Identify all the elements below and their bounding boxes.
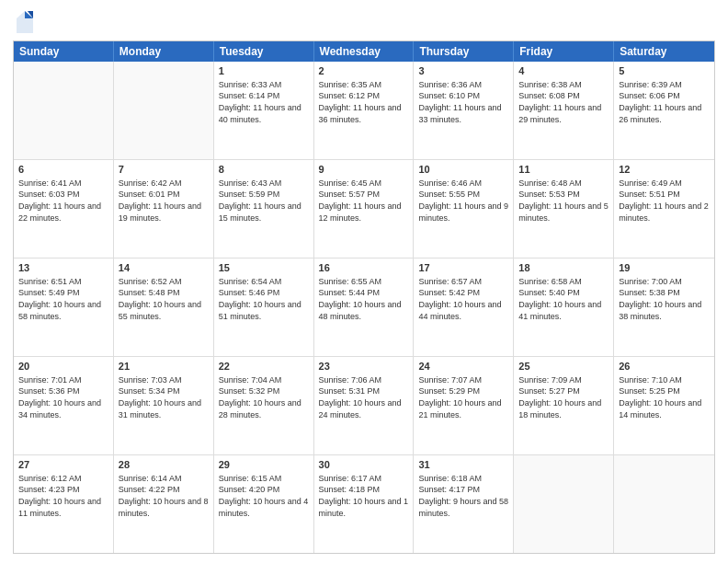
calendar-cell: 27Sunrise: 6:12 AMSunset: 4:23 PMDayligh… [14,455,114,553]
page: SundayMondayTuesdayWednesdayThursdayFrid… [0,0,728,563]
cell-info: Sunrise: 7:01 AMSunset: 5:36 PMDaylight:… [18,374,108,420]
cell-info: Sunrise: 7:00 AMSunset: 5:38 PMDaylight:… [619,276,710,322]
cell-info: Sunrise: 6:41 AMSunset: 6:03 PMDaylight:… [18,178,108,224]
day-number: 23 [319,360,409,373]
day-number: 18 [518,261,609,275]
day-number: 26 [619,360,710,373]
weekday-header-sunday: Sunday [14,41,114,62]
day-number: 20 [18,360,108,373]
cell-info: Sunrise: 6:51 AMSunset: 5:49 PMDaylight:… [18,276,108,322]
calendar-cell: 30Sunrise: 6:17 AMSunset: 4:18 PMDayligh… [314,455,415,553]
calendar-cell: 15Sunrise: 6:54 AMSunset: 5:46 PMDayligh… [214,259,314,356]
day-number: 3 [418,64,508,78]
calendar-cell: 4Sunrise: 6:38 AMSunset: 6:08 PMDaylight… [514,62,614,159]
calendar-cell: 11Sunrise: 6:48 AMSunset: 5:53 PMDayligh… [514,160,614,258]
cell-info: Sunrise: 6:55 AMSunset: 5:44 PMDaylight:… [319,276,409,322]
weekday-header-thursday: Thursday [414,41,514,62]
day-number: 12 [619,163,710,177]
calendar-cell: 23Sunrise: 7:06 AMSunset: 5:31 PMDayligh… [314,357,415,454]
calendar-cell: 10Sunrise: 6:46 AMSunset: 5:55 PMDayligh… [414,160,514,258]
cell-info: Sunrise: 6:33 AMSunset: 6:14 PMDaylight:… [219,79,309,125]
cell-info: Sunrise: 6:48 AMSunset: 5:53 PMDaylight:… [518,178,609,224]
calendar-row-0: 1Sunrise: 6:33 AMSunset: 6:14 PMDaylight… [14,62,714,159]
day-number: 21 [119,360,209,373]
calendar-cell: 9Sunrise: 6:45 AMSunset: 5:57 PMDaylight… [314,160,415,258]
calendar-cell [614,455,714,553]
calendar-cell: 12Sunrise: 6:49 AMSunset: 5:51 PMDayligh… [614,160,714,258]
weekday-header-friday: Friday [514,41,614,62]
cell-info: Sunrise: 6:43 AMSunset: 5:59 PMDaylight:… [219,178,309,224]
cell-info: Sunrise: 6:57 AMSunset: 5:42 PMDaylight:… [418,276,508,322]
cell-info: Sunrise: 6:42 AMSunset: 6:01 PMDaylight:… [119,178,209,224]
day-number: 15 [219,261,309,275]
day-number: 10 [418,163,508,177]
day-number: 8 [219,163,309,177]
day-number: 6 [18,163,108,177]
calendar-cell [14,62,114,159]
calendar-cell: 18Sunrise: 6:58 AMSunset: 5:40 PMDayligh… [514,259,614,356]
calendar-body: 1Sunrise: 6:33 AMSunset: 6:14 PMDaylight… [14,62,714,553]
calendar-cell: 3Sunrise: 6:36 AMSunset: 6:10 PMDaylight… [414,62,514,159]
calendar-cell: 22Sunrise: 7:04 AMSunset: 5:32 PMDayligh… [214,357,314,454]
weekday-header-saturday: Saturday [614,41,714,62]
cell-info: Sunrise: 7:03 AMSunset: 5:34 PMDaylight:… [119,374,209,420]
day-number: 19 [619,261,710,275]
calendar-cell [114,62,214,159]
weekday-header-monday: Monday [114,41,214,62]
calendar-cell: 2Sunrise: 6:35 AMSunset: 6:12 PMDaylight… [314,62,415,159]
day-number: 29 [219,458,309,472]
calendar-cell: 14Sunrise: 6:52 AMSunset: 5:48 PMDayligh… [114,259,214,356]
day-number: 9 [319,163,409,177]
calendar-cell: 19Sunrise: 7:00 AMSunset: 5:38 PMDayligh… [614,259,714,356]
cell-info: Sunrise: 6:18 AMSunset: 4:17 PMDaylight:… [418,473,508,519]
calendar-cell: 20Sunrise: 7:01 AMSunset: 5:36 PMDayligh… [14,357,114,454]
calendar-cell: 31Sunrise: 6:18 AMSunset: 4:17 PMDayligh… [414,455,514,553]
cell-info: Sunrise: 7:10 AMSunset: 5:25 PMDaylight:… [619,374,710,420]
day-number: 5 [619,64,710,78]
calendar-cell: 17Sunrise: 6:57 AMSunset: 5:42 PMDayligh… [414,259,514,356]
calendar-row-3: 20Sunrise: 7:01 AMSunset: 5:36 PMDayligh… [14,356,714,454]
cell-info: Sunrise: 7:06 AMSunset: 5:31 PMDaylight:… [319,374,409,420]
cell-info: Sunrise: 7:09 AMSunset: 5:27 PMDaylight:… [518,374,609,420]
day-number: 2 [319,64,409,78]
calendar-cell: 5Sunrise: 6:39 AMSunset: 6:06 PMDaylight… [614,62,714,159]
cell-info: Sunrise: 6:52 AMSunset: 5:48 PMDaylight:… [119,276,209,322]
calendar-cell: 21Sunrise: 7:03 AMSunset: 5:34 PMDayligh… [114,357,214,454]
calendar-row-2: 13Sunrise: 6:51 AMSunset: 5:49 PMDayligh… [14,258,714,356]
cell-info: Sunrise: 6:46 AMSunset: 5:55 PMDaylight:… [418,178,508,224]
calendar-cell: 7Sunrise: 6:42 AMSunset: 6:01 PMDaylight… [114,160,214,258]
day-number: 11 [518,163,609,177]
day-number: 31 [418,458,508,472]
calendar: SundayMondayTuesdayWednesdayThursdayFrid… [13,40,715,554]
weekday-header-tuesday: Tuesday [214,41,314,62]
cell-info: Sunrise: 6:12 AMSunset: 4:23 PMDaylight:… [18,473,108,519]
calendar-cell: 8Sunrise: 6:43 AMSunset: 5:59 PMDaylight… [214,160,314,258]
day-number: 17 [418,261,508,275]
weekday-header-wednesday: Wednesday [314,41,415,62]
day-number: 27 [18,458,108,472]
day-number: 14 [119,261,209,275]
calendar-cell: 25Sunrise: 7:09 AMSunset: 5:27 PMDayligh… [514,357,614,454]
calendar-row-1: 6Sunrise: 6:41 AMSunset: 6:03 PMDaylight… [14,159,714,258]
calendar-cell: 26Sunrise: 7:10 AMSunset: 5:25 PMDayligh… [614,357,714,454]
day-number: 1 [219,64,309,78]
cell-info: Sunrise: 6:15 AMSunset: 4:20 PMDaylight:… [219,473,309,519]
cell-info: Sunrise: 6:49 AMSunset: 5:51 PMDaylight:… [619,178,710,224]
cell-info: Sunrise: 6:35 AMSunset: 6:12 PMDaylight:… [319,79,409,125]
logo [13,9,35,35]
cell-info: Sunrise: 7:04 AMSunset: 5:32 PMDaylight:… [219,374,309,420]
calendar-cell: 13Sunrise: 6:51 AMSunset: 5:49 PMDayligh… [14,259,114,356]
day-number: 16 [319,261,409,275]
cell-info: Sunrise: 6:14 AMSunset: 4:22 PMDaylight:… [119,473,209,519]
calendar-cell: 6Sunrise: 6:41 AMSunset: 6:03 PMDaylight… [14,160,114,258]
cell-info: Sunrise: 6:17 AMSunset: 4:18 PMDaylight:… [319,473,409,519]
cell-info: Sunrise: 6:38 AMSunset: 6:08 PMDaylight:… [518,79,609,125]
day-number: 22 [219,360,309,373]
calendar-cell: 29Sunrise: 6:15 AMSunset: 4:20 PMDayligh… [214,455,314,553]
cell-info: Sunrise: 6:45 AMSunset: 5:57 PMDaylight:… [319,178,409,224]
cell-info: Sunrise: 6:58 AMSunset: 5:40 PMDaylight:… [518,276,609,322]
day-number: 7 [119,163,209,177]
calendar-cell [514,455,614,553]
calendar-cell: 28Sunrise: 6:14 AMSunset: 4:22 PMDayligh… [114,455,214,553]
cell-info: Sunrise: 7:07 AMSunset: 5:29 PMDaylight:… [418,374,508,420]
